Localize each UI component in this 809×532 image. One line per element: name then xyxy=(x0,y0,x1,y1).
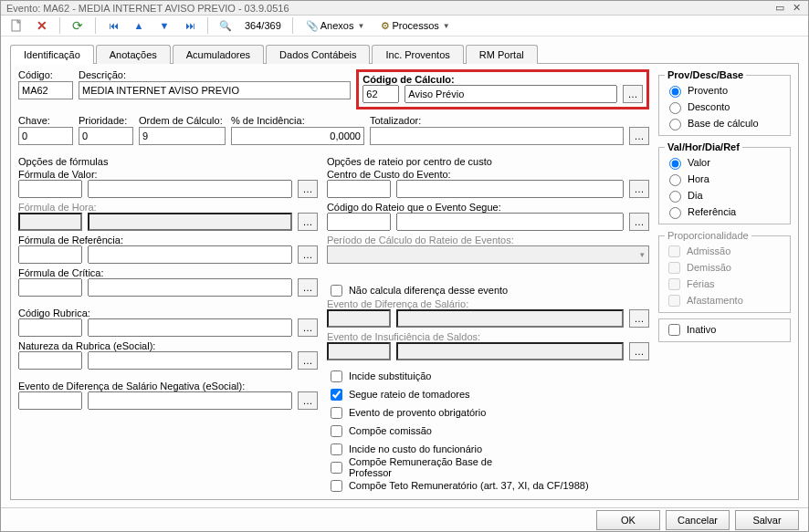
codigo-label: Código: xyxy=(18,69,73,80)
periodo-combo: ▾ xyxy=(327,245,649,264)
inativo-check[interactable] xyxy=(668,324,680,336)
ok-button[interactable]: OK xyxy=(596,510,660,530)
insuf-saldo-desc xyxy=(396,342,624,360)
teto-check[interactable] xyxy=(331,480,342,492)
restore-icon[interactable]: ▭ xyxy=(773,2,786,15)
formula-critica-desc[interactable] xyxy=(88,278,292,297)
cancelar-button[interactable]: Cancelar xyxy=(666,510,730,530)
tab-identificacao[interactable]: Identificação xyxy=(10,45,94,64)
codigo-calculo-num-input[interactable] xyxy=(362,85,399,103)
formula-valor-desc[interactable] xyxy=(88,180,292,198)
centro-code[interactable] xyxy=(327,180,391,198)
first-icon[interactable]: ⏮ xyxy=(103,16,123,36)
delete-icon[interactable]: ✕ xyxy=(32,16,52,36)
formula-valor-lookup[interactable]: … xyxy=(298,180,318,198)
inativo-panel: Inativo xyxy=(658,318,791,342)
compoe-prof-check[interactable] xyxy=(331,462,342,474)
refresh-icon[interactable]: ⟳ xyxy=(68,16,88,36)
rateio-title: Opções de rateio por centro de custo xyxy=(327,156,649,167)
formula-critica-code[interactable] xyxy=(18,278,82,297)
natureza-code[interactable] xyxy=(18,351,82,370)
centro-desc[interactable] xyxy=(396,180,624,198)
codigo-calculo-lookup[interactable]: … xyxy=(623,85,643,103)
content: Identificação Anotações Acumuladores Dad… xyxy=(1,37,808,507)
processos-menu[interactable]: ⚙ Processos ▼ xyxy=(375,18,455,34)
window-title: Evento: MA62 - MEDIA INTERNET AVISO PREV… xyxy=(6,3,773,14)
new-icon[interactable] xyxy=(6,16,26,36)
admissao-check xyxy=(668,245,680,257)
tab-dados-contabeis[interactable]: Dados Contábeis xyxy=(266,45,370,64)
chevron-down-icon: ▼ xyxy=(443,22,450,30)
titlebar: Evento: MA62 - MEDIA INTERNET AVISO PREV… xyxy=(1,1,808,16)
formula-valor-code[interactable] xyxy=(18,180,82,198)
dif-neg-code[interactable] xyxy=(18,391,82,410)
formula-ref-lookup[interactable]: … xyxy=(298,245,318,264)
base-radio[interactable] xyxy=(669,119,681,130)
incide-sub-check[interactable] xyxy=(331,370,342,382)
chave-label: Chave: xyxy=(18,115,73,126)
tab-inc-proventos[interactable]: Inc. Proventos xyxy=(372,45,463,64)
nao-calcula-check[interactable] xyxy=(331,285,342,297)
provento-radio[interactable] xyxy=(669,86,681,98)
formula-critica-lookup[interactable]: … xyxy=(298,278,318,297)
totalizador-label: Totalizador: xyxy=(370,115,649,126)
last-icon[interactable]: ⏭ xyxy=(180,16,200,36)
dif-neg-desc[interactable] xyxy=(88,391,292,410)
insuf-saldo-label: Evento de Insuficiência de Saldos: xyxy=(327,331,649,342)
codigo-rateio-desc[interactable] xyxy=(396,213,624,231)
dif-neg-lookup[interactable]: … xyxy=(298,391,318,410)
rubrica-desc[interactable] xyxy=(88,318,292,337)
natureza-label: Natureza da Rubrica (eSocial): xyxy=(18,340,318,351)
natureza-lookup[interactable]: … xyxy=(298,351,318,370)
codigo-rateio-label: Código do Rateio que o Evento Segue: xyxy=(327,202,649,213)
rubrica-lookup[interactable]: … xyxy=(298,318,318,337)
dif-salario-desc xyxy=(396,309,624,328)
tab-acumuladores[interactable]: Acumuladores xyxy=(173,45,264,64)
close-icon[interactable]: ✕ xyxy=(790,2,803,15)
dif-salario-lookup: … xyxy=(629,309,649,328)
tab-anotacoes[interactable]: Anotações xyxy=(96,45,171,64)
incide-func-check[interactable] xyxy=(331,443,342,455)
formula-ref-label: Fórmula de Referência: xyxy=(18,235,318,245)
desconto-radio[interactable] xyxy=(669,102,681,114)
formula-ref-code[interactable] xyxy=(18,245,82,264)
tab-rm-portal[interactable]: RM Portal xyxy=(466,45,538,64)
formula-hora-desc xyxy=(88,213,292,231)
codigo-rateio-lookup[interactable]: … xyxy=(629,213,649,231)
insuf-saldo-code xyxy=(327,342,391,360)
prev-icon[interactable]: ▲ xyxy=(129,16,149,36)
centro-lookup[interactable]: … xyxy=(629,180,649,198)
pct-input[interactable] xyxy=(231,127,364,145)
form-area: Código: Descrição: Código de Cálculo: xyxy=(10,64,799,500)
segue-tomadores-check[interactable] xyxy=(331,389,342,401)
afastamento-check xyxy=(668,295,680,307)
codigo-calculo-highlight: Código de Cálculo: … xyxy=(356,69,649,110)
toolbar: ✕ ⟳ ⏮ ▲ ▼ ⏭ 🔍 364/369 📎 Anexos ▼ ⚙ Proce… xyxy=(1,16,808,37)
salvar-button[interactable]: Salvar xyxy=(735,510,799,530)
codigo-calculo-desc-input[interactable] xyxy=(404,85,617,103)
search-icon[interactable]: 🔍 xyxy=(215,16,236,36)
hora-radio[interactable] xyxy=(669,174,681,186)
prioridade-input[interactable] xyxy=(79,127,133,145)
codigo-input[interactable] xyxy=(18,81,73,99)
codigo-rateio-code[interactable] xyxy=(327,213,391,231)
dia-radio[interactable] xyxy=(669,191,681,203)
next-icon[interactable]: ▼ xyxy=(154,16,174,36)
descricao-input[interactable] xyxy=(79,81,351,99)
nao-calcula-label: Não calcula diferença desse evento xyxy=(349,285,508,296)
formula-valor-label: Fórmula de Valor: xyxy=(18,169,318,180)
ordem-input[interactable] xyxy=(139,127,226,145)
anexos-menu[interactable]: 📎 Anexos ▼ xyxy=(300,18,371,34)
totalizador-input[interactable] xyxy=(370,127,624,145)
valor-radio[interactable] xyxy=(669,158,681,170)
formula-ref-desc[interactable] xyxy=(88,245,292,264)
compoe-comissao-check[interactable] xyxy=(331,425,342,437)
referencia-radio[interactable] xyxy=(669,207,681,219)
provento-obrig-check[interactable] xyxy=(331,407,342,419)
totalizador-lookup[interactable]: … xyxy=(629,127,649,145)
rubrica-code[interactable] xyxy=(18,318,82,337)
natureza-desc[interactable] xyxy=(88,351,292,370)
proporcionalidade-panel: Proporcionalidade Admissão Demissão Féri… xyxy=(658,230,791,313)
chave-input[interactable] xyxy=(18,127,73,145)
dif-neg-label: Evento de Diferença de Salário Negativa … xyxy=(18,381,318,391)
